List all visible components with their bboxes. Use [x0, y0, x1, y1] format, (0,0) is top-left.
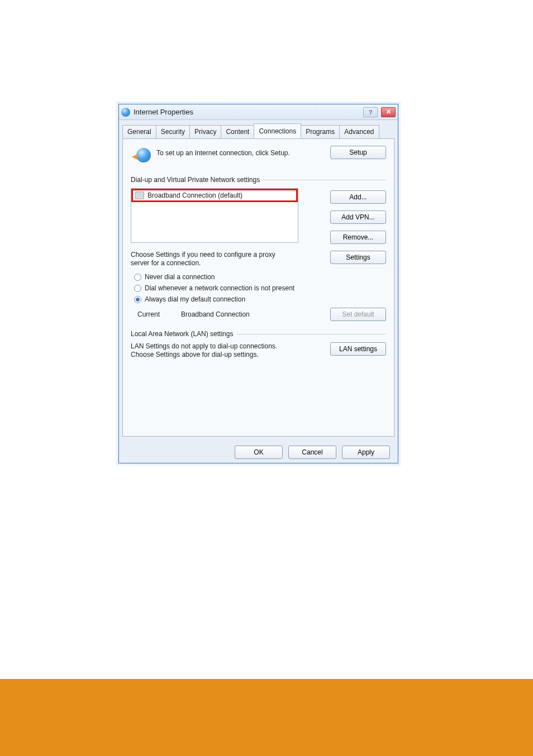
connections-listbox[interactable]: Broadband Connection (default)	[131, 188, 298, 243]
list-item[interactable]: Broadband Connection (default)	[131, 189, 298, 202]
tab-programs[interactable]: Programs	[301, 125, 340, 138]
lan-settings-button[interactable]: LAN settings	[330, 342, 386, 356]
tab-security[interactable]: Security	[156, 125, 190, 138]
radio-never-dial[interactable]: Never dial a connection	[134, 273, 386, 281]
current-value: Broadband Connection	[181, 310, 330, 318]
radio-label: Always dial my default connection	[145, 295, 245, 303]
add-button[interactable]: Add...	[330, 190, 386, 204]
settings-button[interactable]: Settings	[330, 251, 386, 264]
set-default-button: Set default	[330, 308, 386, 321]
radio-always-dial[interactable]: Always dial my default connection	[134, 295, 386, 303]
apply-button[interactable]: Apply	[342, 446, 390, 459]
connections-panel: To set up an Internet connection, click …	[122, 138, 394, 437]
tab-privacy[interactable]: Privacy	[189, 125, 221, 138]
globe-icon	[133, 148, 151, 166]
remove-button[interactable]: Remove...	[330, 231, 386, 244]
dialog-button-row: OK Cancel Apply	[119, 441, 398, 466]
titlebar: Internet Properties ? ✕	[119, 104, 398, 120]
lan-description: LAN Settings do not apply to dial-up con…	[131, 342, 289, 359]
proxy-description: Choose Settings if you need to configure…	[131, 251, 289, 267]
modem-icon	[135, 192, 144, 199]
close-button[interactable]: ✕	[381, 107, 396, 117]
help-button[interactable]: ?	[363, 107, 378, 117]
list-item-label: Broadband Connection (default)	[147, 192, 242, 199]
lan-section-header: Local Area Network (LAN) settings	[131, 330, 386, 338]
dialup-section-label: Dial-up and Virtual Private Network sett…	[131, 176, 260, 184]
tab-connections[interactable]: Connections	[254, 123, 301, 138]
page-root: Internet Properties ? ✕ General Security…	[0, 0, 533, 756]
window-title: Internet Properties	[134, 108, 193, 116]
tab-general[interactable]: General	[122, 125, 156, 138]
globe-small-icon	[121, 108, 130, 117]
radio-label: Dial whenever a network connection is no…	[145, 284, 294, 292]
tab-strip: General Security Privacy Content Connect…	[119, 120, 398, 138]
footer-bar	[0, 679, 533, 756]
tab-advanced[interactable]: Advanced	[339, 125, 379, 138]
cancel-button[interactable]: Cancel	[288, 446, 336, 459]
radio-dial-whenever[interactable]: Dial whenever a network connection is no…	[134, 284, 386, 292]
lan-section-label: Local Area Network (LAN) settings	[131, 330, 233, 338]
ok-button[interactable]: OK	[235, 446, 283, 459]
radio-icon	[134, 285, 141, 292]
internet-properties-window: Internet Properties ? ✕ General Security…	[118, 104, 398, 463]
add-vpn-button[interactable]: Add VPN...	[330, 210, 386, 224]
dial-radio-group: Never dial a connection Dial whenever a …	[131, 273, 386, 303]
setup-description: To set up an Internet connection, click …	[156, 146, 291, 157]
radio-label: Never dial a connection	[145, 273, 215, 281]
tab-content[interactable]: Content	[221, 125, 254, 138]
current-label: Current	[131, 310, 181, 318]
dialup-section-header: Dial-up and Virtual Private Network sett…	[131, 176, 386, 184]
radio-icon	[134, 296, 141, 303]
setup-button[interactable]: Setup	[330, 146, 386, 159]
radio-icon	[134, 274, 141, 281]
